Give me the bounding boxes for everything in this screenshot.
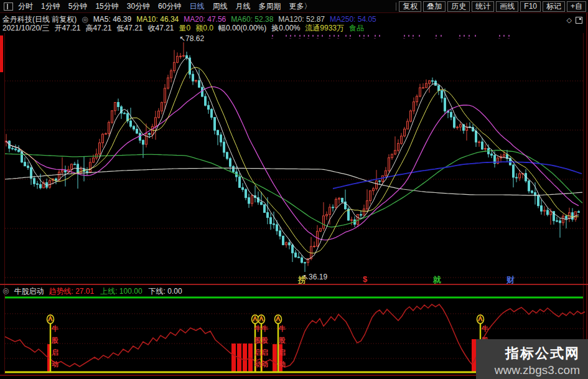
period-tab-2[interactable]: 5分钟 [68, 1, 88, 12]
period-tab-1[interactable]: 1分钟 [41, 1, 60, 12]
watermark-title: 指标公式网 [476, 344, 580, 363]
ma-legend: MA5: 46.39MA10: 46.34MA20: 47.56MA60: 52… [93, 16, 376, 24]
ma-legend-1: MA10: 46.34 [136, 16, 179, 24]
stock-title[interactable]: 金丹科技(日线 前复权) [2, 16, 77, 24]
quote-field-7: 幅0.00(0.00%) [218, 24, 266, 32]
period-tab-0[interactable]: 分时 [18, 1, 33, 12]
candles [6, 42, 580, 272]
period-tab-8[interactable]: 月线 [235, 1, 250, 12]
window-icon[interactable] [576, 17, 582, 24]
collapse-circle-icon[interactable]: ◎ [2, 286, 9, 297]
left-red-marker [0, 35, 3, 72]
top-signal-dots [271, 35, 510, 39]
stock-info-row: 金丹科技(日线 前复权) ◎ MA5: 46.39MA10: 46.34MA20… [2, 16, 586, 24]
chart-corner-icons: ◇ [567, 16, 582, 24]
quote-field-1: 开47.21 [54, 24, 80, 32]
toolbar-button-5[interactable]: F10 [520, 1, 541, 12]
quote-field-2: 高47.21 [85, 24, 111, 32]
period-tab-5[interactable]: 60分钟 [158, 1, 181, 12]
toolbar-button-0[interactable]: 复权 [399, 1, 421, 12]
low-price-label: ↖36.19 [302, 273, 327, 281]
signal-label-2: 牛股启动 [261, 323, 269, 370]
indicator-fields: 趋势线: 27.01上线: 100.00下线: 0.00 [49, 286, 182, 297]
main-chart-frame [5, 33, 584, 374]
candlestick-plot[interactable] [0, 0, 588, 379]
toolbar-button-4[interactable]: 画线 [496, 1, 518, 12]
trading-app-window: 分时1分钟5分钟15分钟30分钟60分钟日线周线月线多周期更多〉 复权叠加历史统… [0, 0, 588, 379]
watermark-url: www.zbgs3.com [476, 363, 580, 377]
toolbar-button-7[interactable]: +自 [567, 1, 586, 12]
ma-legend-4: MA120: 52.87 [278, 16, 325, 24]
period-tab-7[interactable]: 周线 [212, 1, 227, 12]
quote-field-9: 流通9933万 [305, 24, 344, 32]
signal-label-3: 牛股启动 [278, 323, 286, 370]
collapse-circle-icon[interactable]: ◎ [82, 16, 88, 24]
signal-label-0: 牛股启动 [51, 323, 59, 370]
indicator-header: ◎ 牛股启动 趋势线: 27.01上线: 100.00下线: 0.00 [2, 286, 182, 297]
period-tab-4[interactable]: 30分钟 [127, 1, 150, 12]
site-watermark: 指标公式网 www.zbgs3.com [476, 339, 588, 379]
ma-legend-0: MA5: 46.39 [93, 16, 131, 24]
indicator-name[interactable]: 牛股启动 [14, 286, 44, 297]
period-tab-9[interactable]: 多周期 [258, 1, 281, 12]
ma-legend-3: MA60: 52.38 [231, 16, 273, 24]
quote-detail-row: 2021/10/20/三开47.21高47.21低47.21收47.21量0额0… [2, 24, 586, 32]
period-tab-6[interactable]: 日线 [189, 1, 204, 12]
toolbar-buttons: 复权叠加历史统计画线F10标记+自 [399, 1, 586, 12]
toolbar-button-3[interactable]: 统计 [472, 1, 494, 12]
quote-field-8: 换0.00% [271, 24, 300, 32]
quote-field-5: 量0 [179, 24, 191, 32]
period-menu: 分时1分钟5分钟15分钟30分钟60分钟日线周线月线多周期更多〉 [18, 1, 311, 12]
ma-legend-5: MA250: 54.05 [330, 16, 376, 24]
indicator-field-1: 上线: 100.00 [100, 286, 142, 297]
panel-separator[interactable] [0, 284, 588, 285]
high-price-label: ↖78.62 [179, 34, 204, 43]
quote-field-3: 低47.21 [116, 24, 142, 32]
indicator-field-0: 趋势线: 27.01 [49, 286, 94, 297]
layout-icon[interactable] [4, 2, 13, 11]
toolbar-button-2[interactable]: 历史 [447, 1, 470, 12]
quote-field-6: 额0.0 [195, 24, 213, 32]
toolbar-button-6[interactable]: 标记 [543, 1, 565, 12]
toolbar-divider [396, 2, 396, 11]
quote-field-0: 2021/10/20/三 [2, 24, 49, 32]
overlay-char-1: $ [363, 274, 367, 284]
period-toolbar: 分时1分钟5分钟15分钟30分钟60分钟日线周线月线多周期更多〉 复权叠加历史统… [0, 0, 588, 13]
toolbar-button-1[interactable]: 叠加 [423, 1, 446, 12]
quote-field-4: 收47.21 [148, 24, 174, 32]
period-tab-10[interactable]: 更多〉 [289, 1, 311, 12]
main-gridlines [5, 81, 583, 278]
indicator-field-2: 下线: 0.00 [149, 286, 182, 297]
diamond-icon[interactable]: ◇ [567, 16, 572, 24]
period-tab-3[interactable]: 15分钟 [95, 1, 118, 12]
ma-legend-2: MA20: 47.56 [184, 16, 226, 24]
quote-field-10: 食品 [349, 24, 364, 32]
